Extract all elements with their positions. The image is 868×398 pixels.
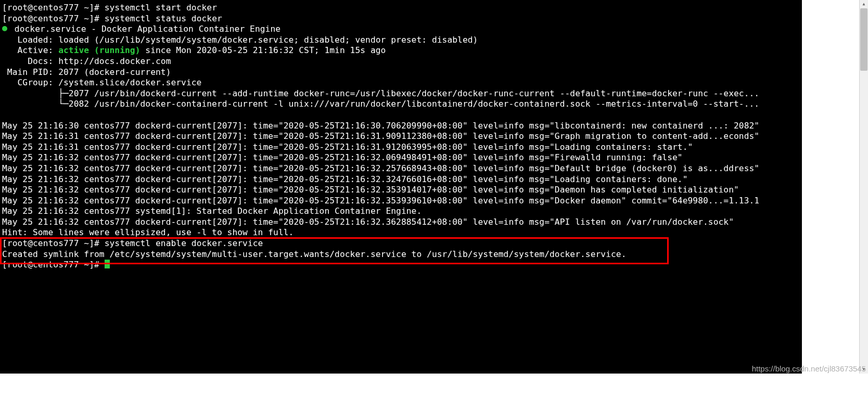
command-status: systemctl status docker: [105, 14, 222, 23]
scroll-up-arrow-icon[interactable]: ▲: [860, 0, 868, 8]
command-start: systemctl start docker: [105, 3, 217, 12]
prompt: [root@centos777 ~]#: [2, 238, 99, 248]
cgroup-line: CGroup: /system.slice/docker.service: [2, 78, 201, 87]
docs-line: Docs: http://docs.docker.com: [2, 56, 171, 66]
log-line: May 25 21:16:32 centos777 dockerd-curren…: [2, 217, 734, 227]
terminal-cursor[interactable]: [105, 260, 110, 268]
mainpid-line: Main PID: 2077 (dockerd-current): [2, 67, 171, 77]
status-dot-icon: [2, 26, 7, 31]
hint-line: Hint: Some lines were ellipsized, use -l…: [2, 227, 293, 237]
bottom-whitespace: [0, 374, 810, 398]
cgroup-tree-2: └─2082 /usr/bin/docker-containerd-curren…: [2, 99, 759, 109]
log-line: May 25 21:16:32 centos777 dockerd-curren…: [2, 163, 759, 173]
log-line: May 25 21:16:32 centos777 dockerd-curren…: [2, 174, 688, 184]
symlink-output: Created symlink from /etc/systemd/system…: [2, 249, 627, 259]
log-line: May 25 21:16:31 centos777 dockerd-curren…: [2, 131, 759, 141]
log-line: May 25 21:16:31 centos777 dockerd-curren…: [2, 142, 693, 152]
log-line: May 25 21:16:30 centos777 dockerd-curren…: [2, 121, 759, 131]
active-status: active (running): [58, 45, 140, 55]
service-header: docker.service - Docker Application Cont…: [9, 24, 280, 34]
terminal-output[interactable]: [root@centos777 ~]# systemctl start dock…: [0, 0, 802, 374]
command-enable: systemctl enable docker.service: [105, 238, 263, 248]
prompt: [root@centos777 ~]#: [2, 3, 99, 12]
scroll-thumb[interactable]: [860, 8, 867, 71]
cgroup-tree-1: ├─2077 /usr/bin/dockerd-current --add-ru…: [2, 88, 759, 98]
log-line: May 25 21:16:32 centos777 dockerd-curren…: [2, 152, 683, 162]
prompt: [root@centos777 ~]#: [2, 14, 99, 23]
active-prefix: Active:: [2, 45, 58, 55]
watermark-text: https://blog.csdn.net/cjl83673545: [752, 364, 866, 373]
log-line: May 25 21:16:32 centos777 dockerd-curren…: [2, 185, 739, 195]
log-line: May 25 21:16:32 centos777 systemd[1]: St…: [2, 206, 422, 216]
log-line: May 25 21:16:32 centos777 dockerd-curren…: [2, 196, 759, 206]
active-suffix: since Mon 2020-05-25 21:16:32 CST; 1min …: [140, 45, 386, 55]
prompt: [root@centos777 ~]#: [2, 260, 99, 269]
loaded-line: Loaded: loaded (/usr/lib/systemd/system/…: [2, 35, 478, 45]
vertical-scrollbar[interactable]: ▲ ▼: [859, 0, 868, 374]
